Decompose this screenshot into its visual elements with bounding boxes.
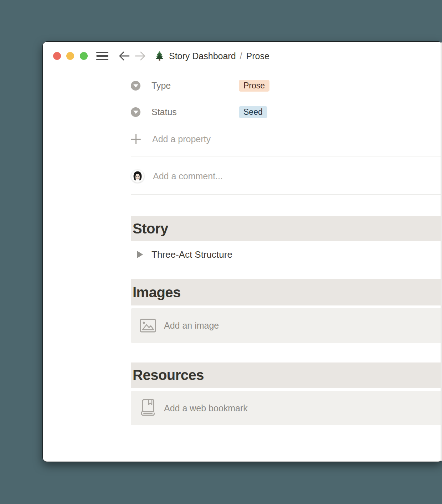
breadcrumb: Story Dashboard / Prose bbox=[155, 42, 269, 70]
book-bookmark-icon bbox=[140, 399, 156, 417]
property-value-tag[interactable]: Seed bbox=[239, 106, 267, 118]
section-title: Resources bbox=[133, 367, 204, 383]
property-label[interactable]: Type bbox=[151, 81, 239, 91]
property-row-status[interactable]: Status Seed bbox=[131, 106, 428, 118]
property-label[interactable]: Status bbox=[151, 107, 239, 117]
close-window-button[interactable] bbox=[53, 52, 61, 60]
select-property-icon bbox=[131, 81, 140, 91]
plus-icon bbox=[131, 134, 141, 144]
select-property-icon bbox=[131, 107, 140, 117]
evergreen-tree-icon bbox=[155, 51, 164, 61]
add-image-label: Add an image bbox=[164, 320, 219, 331]
section-heading-story: Story bbox=[131, 216, 442, 241]
minimize-window-button[interactable] bbox=[66, 52, 74, 60]
add-web-bookmark-label: Add a web bookmark bbox=[164, 403, 248, 413]
toggle-block-three-act-structure[interactable]: Three-Act Structure bbox=[131, 248, 232, 261]
scrollbar[interactable] bbox=[441, 42, 442, 461]
section-heading-resources: Resources bbox=[131, 362, 442, 388]
property-value-tag[interactable]: Prose bbox=[239, 80, 269, 92]
add-property-button[interactable]: Add a property bbox=[131, 133, 211, 145]
toggle-label[interactable]: Three-Act Structure bbox=[151, 249, 232, 260]
zoom-window-button[interactable] bbox=[80, 52, 88, 60]
add-image-placeholder[interactable]: Add an image bbox=[131, 308, 442, 343]
comment-row: Add a comment... bbox=[131, 169, 428, 183]
titlebar: Story Dashboard / Prose bbox=[43, 42, 442, 70]
section-title: Images bbox=[133, 284, 181, 300]
add-comment-input[interactable]: Add a comment... bbox=[153, 171, 428, 181]
add-property-label: Add a property bbox=[152, 134, 211, 144]
property-row-type[interactable]: Type Prose bbox=[131, 79, 428, 92]
section-heading-images: Images bbox=[131, 279, 442, 305]
breadcrumb-root-link[interactable]: Story Dashboard bbox=[169, 51, 236, 61]
breadcrumb-current-page[interactable]: Prose bbox=[246, 51, 269, 61]
breadcrumb-separator: / bbox=[240, 51, 242, 61]
image-icon bbox=[140, 319, 156, 333]
toggle-triangle-icon[interactable] bbox=[137, 251, 143, 258]
section-title: Story bbox=[133, 221, 168, 237]
app-window: Story Dashboard / Prose Type Prose Statu… bbox=[43, 42, 442, 462]
divider bbox=[131, 156, 442, 156]
divider bbox=[131, 194, 442, 195]
user-avatar bbox=[131, 169, 144, 183]
back-arrow-icon[interactable] bbox=[118, 51, 130, 61]
sidebar-menu-icon[interactable] bbox=[96, 51, 108, 61]
add-web-bookmark-placeholder[interactable]: Add a web bookmark bbox=[131, 391, 442, 425]
forward-arrow-icon[interactable] bbox=[135, 51, 146, 61]
